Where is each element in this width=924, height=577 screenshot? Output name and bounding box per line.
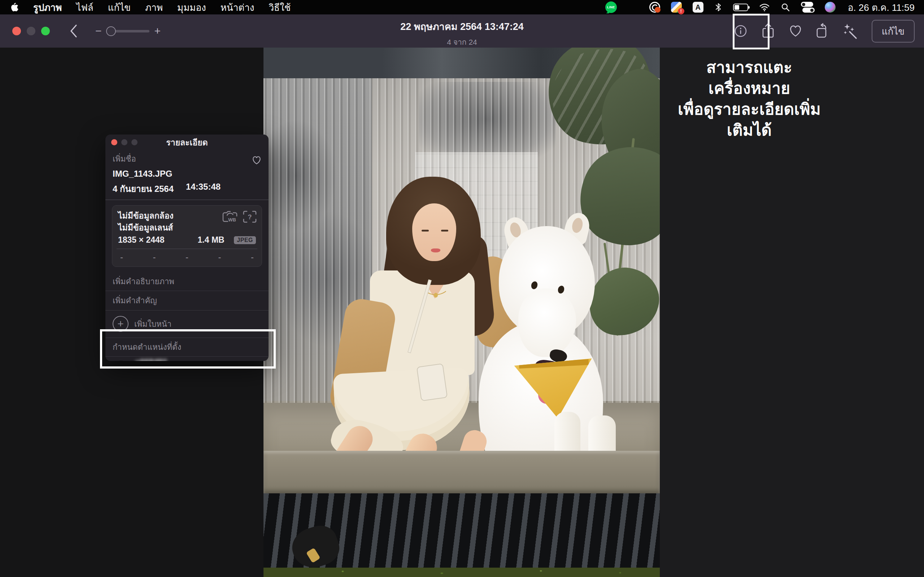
menu-help[interactable]: วิธีใช้ <box>268 0 291 15</box>
photo-woman-lips <box>431 248 440 253</box>
menu-file[interactable]: ไฟล์ <box>76 0 93 15</box>
notification-app-icon[interactable]: ! <box>671 2 682 13</box>
siri-icon[interactable] <box>825 2 835 13</box>
details-zoom-button <box>131 139 137 145</box>
unknown-format-icon: ? <box>243 211 257 223</box>
control-center-icon[interactable] <box>801 2 814 13</box>
camera-wb-icon: WB <box>222 211 238 223</box>
add-caption-field[interactable]: เพิ่มคำอธิบายภาพ <box>105 272 268 291</box>
photo-dimensions: 1835 × 2448 <box>118 235 165 245</box>
annotation-line-2: เพื่อดูรายละเอียดเพิ่มเติมได้ <box>666 99 832 141</box>
zoom-slider[interactable] <box>107 30 149 32</box>
photo-woman-pendant <box>434 293 438 298</box>
details-panel-title: รายละเอียด <box>166 136 208 149</box>
alert-badge: ! <box>678 8 684 15</box>
zoom-control: − + <box>95 26 161 36</box>
menu-bar-clock[interactable]: อ. 26 ต.ค. 11:59 <box>848 0 914 15</box>
macos-menu-bar: รูปภาพ ไฟล์ แก้ไข ภาพ มุมมอง หน้าต่าง วิ… <box>0 0 924 15</box>
photo-concrete-ledge <box>263 451 660 493</box>
details-panel: รายละเอียด เพิ่มชื่อ IMG_1143.JPG 4 กันย… <box>105 134 268 361</box>
creative-cloud-icon[interactable] <box>649 2 660 13</box>
annotation-line-1: สามารถแตะเครื่องหมาย <box>666 57 832 99</box>
photo-woman-face <box>412 203 456 261</box>
svg-text:WB: WB <box>228 217 236 222</box>
format-badge: JPEG <box>234 236 256 244</box>
photos-toolbar: − + 22 พฤษภาคม 2564 13:47:24 4 จาก 24 <box>0 15 924 48</box>
add-keyword-field[interactable]: เพิ่มคำสำคัญ <box>105 291 268 310</box>
photo-grass-strip <box>263 567 660 577</box>
menu-photos[interactable]: รูปภาพ <box>33 0 62 15</box>
svg-text:?: ? <box>248 213 252 220</box>
favorite-button[interactable] <box>787 22 804 40</box>
details-traffic-lights <box>111 139 137 145</box>
photo-canvas[interactable] <box>263 48 660 577</box>
photo-crossbody-bag <box>417 363 448 401</box>
highlight-box-shared-contact <box>100 329 276 369</box>
menu-image[interactable]: ภาพ <box>145 0 163 15</box>
rotate-button[interactable] <box>815 22 831 40</box>
no-lens-data-label: ไม่มีข้อมูลเลนส์ <box>118 222 256 234</box>
panel-divider <box>105 200 268 200</box>
zoom-out-button[interactable]: − <box>95 26 102 36</box>
back-button[interactable] <box>66 23 81 39</box>
photo-file-size: 1.4 MB <box>198 235 225 245</box>
input-source-icon[interactable]: A <box>693 2 703 13</box>
apple-menu-icon[interactable] <box>10 2 19 13</box>
fullscreen-button[interactable] <box>41 27 50 35</box>
photo-capture-time: 14:35:48 <box>186 182 221 196</box>
zoom-in-button[interactable]: + <box>155 26 161 36</box>
details-panel-titlebar[interactable]: รายละเอียด <box>105 134 268 150</box>
wifi-icon[interactable] <box>759 3 770 11</box>
menu-edit[interactable]: แก้ไข <box>108 0 131 15</box>
menu-window[interactable]: หน้าต่าง <box>221 0 254 15</box>
minimize-button[interactable] <box>27 27 36 35</box>
highlight-box-info-button <box>733 14 769 49</box>
metadata-divider <box>116 248 257 249</box>
favorite-heart-icon[interactable] <box>251 155 262 165</box>
menu-view[interactable]: มุมมอง <box>177 0 206 15</box>
exif-empty-values: - - - - - <box>118 252 256 263</box>
details-minimize-button <box>121 139 128 145</box>
window-traffic-lights <box>12 27 50 35</box>
auto-enhance-button[interactable] <box>842 22 859 40</box>
add-title-field[interactable]: เพิ่มชื่อ <box>113 153 261 165</box>
edit-button[interactable]: แก้ไข <box>872 20 914 43</box>
camera-metadata-box: ไม่มีข้อมูลกล้อง WB ? ไม่มีข้อมูลเลนส์ 1… <box>112 205 262 267</box>
line-app-icon[interactable]: LINE <box>605 2 617 13</box>
bluetooth-icon[interactable] <box>714 2 722 12</box>
photo-woman-eye <box>441 230 448 232</box>
close-button[interactable] <box>12 27 21 35</box>
tutorial-annotation: สามารถแตะเครื่องหมาย เพื่อดูรายละเอียดเพ… <box>666 57 832 141</box>
spotlight-search-icon[interactable] <box>781 3 790 12</box>
photos-app-window: รูปภาพ ไฟล์ แก้ไข ภาพ มุมมอง หน้าต่าง วิ… <box>0 0 924 577</box>
zoom-slider-knob[interactable] <box>106 26 116 36</box>
photo-capture-date: 4 กันยายน 2564 <box>113 182 174 196</box>
photo-filename: IMG_1143.JPG <box>113 169 261 179</box>
battery-icon[interactable] <box>733 3 748 11</box>
photo-woman-eye <box>422 230 429 232</box>
details-close-button[interactable] <box>111 139 117 145</box>
